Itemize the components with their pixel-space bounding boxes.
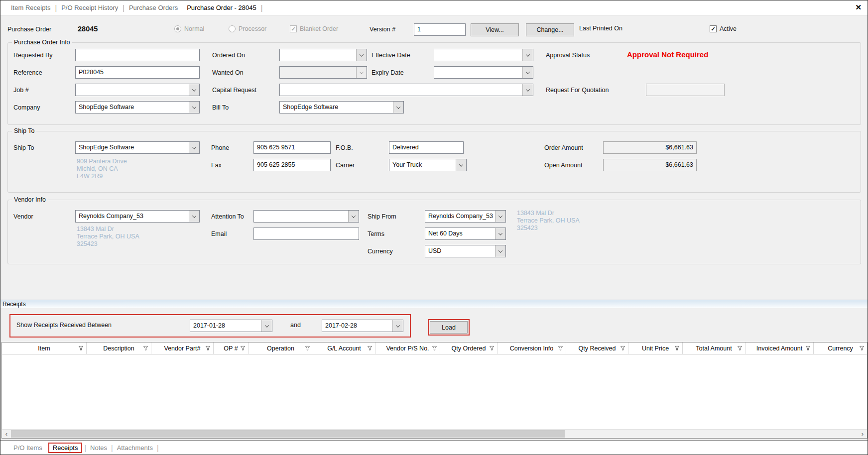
filter-icon[interactable] — [367, 345, 372, 351]
bill-to-select[interactable]: ShopEdge Software — [279, 101, 404, 114]
checkbox-checked-icon[interactable] — [710, 25, 717, 32]
column-header-op[interactable]: OP # — [214, 342, 248, 354]
filter-icon[interactable] — [674, 345, 680, 351]
address-line: Michid, ON CA — [77, 165, 127, 173]
column-header-invoiced-amount[interactable]: Invoiced Amount — [745, 342, 814, 354]
chevron-down-icon[interactable] — [522, 67, 533, 78]
vendor-select[interactable]: Reynolds Company_53 — [75, 210, 200, 223]
date-from-select[interactable]: 2017-01-28 — [190, 320, 272, 332]
address-line: 325423 — [77, 240, 139, 248]
filter-icon[interactable] — [859, 345, 865, 351]
chevron-down-icon[interactable] — [456, 159, 466, 171]
change-button[interactable]: Change... — [526, 23, 574, 36]
requested-by-input[interactable] — [75, 49, 200, 61]
chevron-down-icon[interactable] — [522, 84, 533, 96]
column-header-item[interactable]: Item — [2, 342, 87, 354]
filter-icon[interactable] — [305, 345, 310, 351]
filter-icon[interactable] — [78, 345, 84, 351]
column-header-currency[interactable]: Currency — [814, 342, 867, 354]
filter-icon[interactable] — [205, 345, 211, 351]
column-header-total-amount[interactable]: Total Amount — [683, 342, 745, 354]
chevron-down-icon[interactable] — [189, 102, 199, 113]
date-to-select[interactable]: 2017-02-28 — [322, 320, 403, 332]
filter-icon[interactable] — [620, 345, 625, 351]
chevron-down-icon[interactable] — [495, 245, 505, 257]
tab-receipts[interactable]: Receipts — [48, 443, 83, 453]
column-header-vendor-part[interactable]: Vendor Part# — [151, 342, 214, 354]
chevron-down-icon[interactable] — [392, 320, 403, 332]
terms-label: Terms — [368, 230, 384, 237]
tab-purchase-order-28045[interactable]: Purchase Order - 28045 — [182, 4, 260, 11]
tab-po-receipt-history[interactable]: P/O Receipt History — [57, 4, 123, 11]
ordered-on-select[interactable] — [279, 49, 367, 61]
receipts-grid-body — [2, 354, 867, 429]
filter-icon[interactable] — [432, 345, 437, 351]
email-input[interactable] — [253, 228, 359, 240]
bottom-tab-bar: P/O Items Receipts | Notes | Attachments… — [0, 440, 868, 455]
open-amount-value: $6,661.63 — [603, 159, 697, 171]
normal-radio-label: Normal — [184, 25, 204, 32]
chevron-down-icon[interactable] — [189, 211, 199, 222]
filter-icon[interactable] — [143, 345, 148, 351]
tab-item-receipts[interactable]: Item Receipts — [6, 4, 55, 11]
terms-select[interactable]: Net 60 Days — [425, 228, 506, 240]
filter-icon[interactable] — [489, 345, 495, 351]
reference-input[interactable]: P028045 — [75, 66, 200, 79]
view-button[interactable]: View... — [471, 23, 519, 36]
column-header-qty-received[interactable]: Qty Received — [566, 342, 628, 354]
ship-from-select[interactable]: Reynolds Company_53 — [425, 210, 506, 223]
close-icon[interactable]: ✕ — [855, 3, 862, 12]
currency-select[interactable]: USD — [425, 245, 506, 257]
horizontal-scrollbar[interactable]: ‹ › — [2, 429, 867, 438]
chevron-down-icon[interactable] — [495, 211, 505, 222]
column-header-conversion-info[interactable]: Conversion Info — [497, 342, 566, 354]
fob-input[interactable]: Delivered — [389, 141, 464, 154]
column-header-unit-price[interactable]: Unit Price — [628, 342, 683, 354]
chevron-down-icon[interactable] — [261, 320, 272, 332]
fax-input[interactable]: 905 625 2855 — [253, 159, 331, 171]
company-select[interactable]: ShopEdge Software — [75, 101, 200, 114]
vendor-info-title: Vendor Info — [12, 196, 48, 203]
effective-date-select[interactable] — [434, 49, 533, 61]
load-button[interactable]: Load — [430, 321, 468, 334]
tab-notes[interactable]: Notes — [86, 444, 111, 452]
expiry-date-select[interactable] — [434, 66, 533, 79]
filter-icon[interactable] — [805, 345, 811, 351]
column-header-qty-ordered[interactable]: Qty Ordered — [440, 342, 497, 354]
filter-icon[interactable] — [558, 345, 563, 351]
filter-icon[interactable] — [737, 345, 743, 351]
processor-radio: Processor — [229, 25, 266, 32]
tab-attachments[interactable]: Attachments — [113, 444, 157, 452]
filter-icon[interactable] — [240, 345, 246, 351]
column-header-operation[interactable]: Operation — [248, 342, 313, 354]
carrier-select[interactable]: Your Truck — [389, 159, 467, 171]
chevron-down-icon[interactable] — [189, 142, 199, 153]
capital-request-select[interactable] — [279, 84, 533, 96]
tab-separator: | — [261, 4, 263, 12]
version-input[interactable]: 1 — [414, 23, 466, 36]
attention-to-select[interactable] — [253, 210, 359, 223]
chevron-down-icon[interactable] — [189, 84, 199, 96]
tab-po-items[interactable]: P/O Items — [9, 444, 46, 452]
column-header-vendor-ps-no[interactable]: Vendor P/S No. — [375, 342, 440, 354]
phone-input[interactable]: 905 625 9571 — [253, 141, 331, 154]
ship-to-select[interactable]: ShopEdge Software — [75, 141, 200, 154]
chevron-down-icon[interactable] — [495, 228, 505, 239]
order-amount-value: $6,661.63 — [603, 141, 697, 154]
chevron-down-icon[interactable] — [356, 49, 367, 61]
chevron-down-icon[interactable] — [522, 49, 533, 61]
rfq-input — [646, 84, 725, 96]
effective-date-label: Effective Date — [372, 52, 410, 59]
requested-by-label: Requested By — [13, 52, 53, 59]
active-checkbox[interactable]: Active — [710, 25, 737, 32]
job-number-select[interactable] — [75, 84, 200, 96]
tab-separator: | — [157, 444, 159, 452]
scrollbar-thumb[interactable] — [11, 430, 565, 438]
tab-purchase-orders[interactable]: Purchase Orders — [124, 4, 182, 11]
column-header-description[interactable]: Description — [87, 342, 151, 354]
column-header-gl-account[interactable]: G/L Account — [313, 342, 375, 354]
scroll-left-icon[interactable]: ‹ — [2, 430, 11, 438]
chevron-down-icon[interactable] — [348, 211, 359, 222]
scroll-right-icon[interactable]: › — [858, 430, 867, 438]
chevron-down-icon[interactable] — [393, 102, 403, 113]
